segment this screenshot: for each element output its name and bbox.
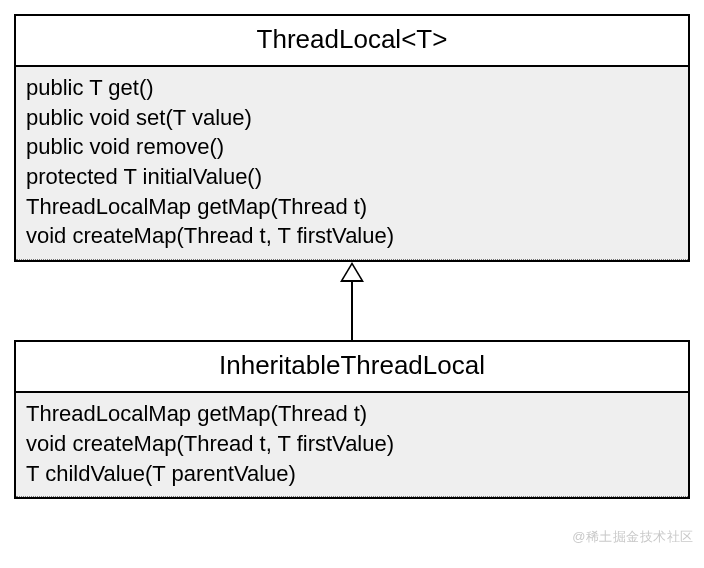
generalization-arrow	[14, 262, 690, 340]
method-line: public T get()	[26, 73, 678, 103]
method-line: T childValue(T parentValue)	[26, 459, 678, 489]
class-methods-parent: public T get() public void set(T value) …	[16, 67, 688, 260]
watermark-text: @稀土掘金技术社区	[572, 528, 694, 546]
class-name-child: InheritableThreadLocal	[16, 342, 688, 393]
method-line: public void remove()	[26, 132, 678, 162]
method-line: void createMap(Thread t, T firstValue)	[26, 429, 678, 459]
arrow-line	[351, 282, 353, 340]
method-line: public void set(T value)	[26, 103, 678, 133]
method-line: protected T initialValue()	[26, 162, 678, 192]
method-line: ThreadLocalMap getMap(Thread t)	[26, 399, 678, 429]
uml-class-child: InheritableThreadLocal ThreadLocalMap ge…	[14, 340, 690, 499]
method-line: void createMap(Thread t, T firstValue)	[26, 221, 678, 251]
class-methods-child: ThreadLocalMap getMap(Thread t) void cre…	[16, 393, 688, 497]
uml-class-parent: ThreadLocal<T> public T get() public voi…	[14, 14, 690, 262]
class-name-parent: ThreadLocal<T>	[16, 16, 688, 67]
method-line: ThreadLocalMap getMap(Thread t)	[26, 192, 678, 222]
triangle-arrowhead-icon	[340, 262, 364, 282]
